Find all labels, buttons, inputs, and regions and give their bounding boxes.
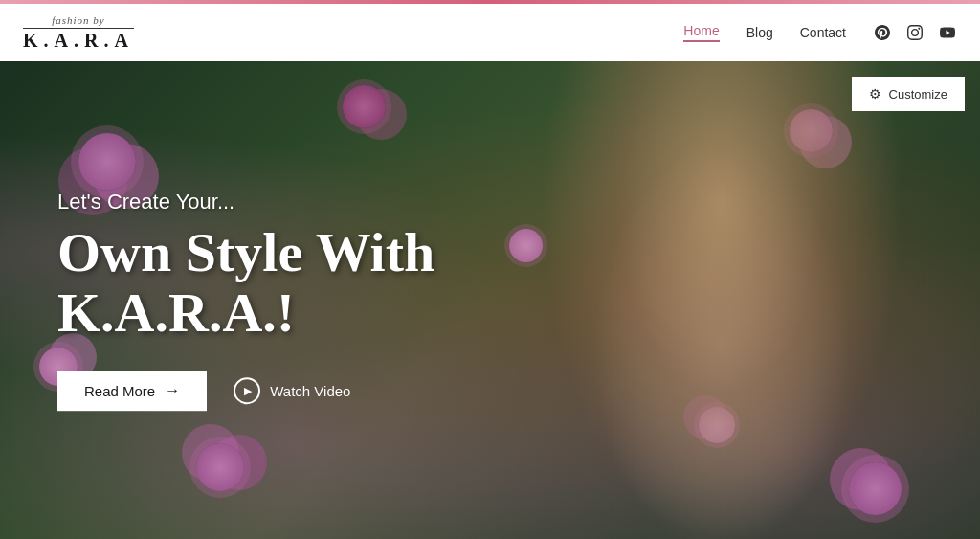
arrow-icon: → [165,382,180,399]
hero-content: Let's Create Your... Own Style With K.A.… [57,190,434,412]
customize-icon: ⚙ [869,86,881,101]
main-nav: Home Blog Contact [683,23,957,42]
hero-buttons: Read More → ▶ Watch Video [57,371,434,411]
flower-cluster-1 [78,133,136,191]
youtube-icon[interactable] [938,23,957,42]
logo[interactable]: fashion by K.A.R.A [23,15,134,50]
flower-cluster-6 [509,229,543,262]
nav-home[interactable]: Home [683,23,719,42]
logo-main: K.A.R.A [23,31,134,50]
read-more-button[interactable]: Read More → [57,371,207,411]
social-icons [873,23,957,42]
hero-title-line2: K.A.R.A.! [57,282,295,345]
hero-title-line1: Own Style With [57,221,434,283]
header: fashion by K.A.R.A Home Blog Contact [0,4,980,61]
hero-subtitle: Let's Create Your... [57,190,434,214]
pinterest-icon[interactable] [873,23,892,42]
logo-divider [23,28,134,29]
hero-section: Let's Create Your... Own Style With K.A.… [0,61,980,539]
read-more-label: Read More [84,383,155,399]
instagram-icon[interactable] [905,23,924,42]
watch-video-button[interactable]: ▶ Watch Video [234,377,350,404]
logo-script: fashion by [52,15,105,26]
nav-blog[interactable]: Blog [746,25,773,40]
hero-title: Own Style With K.A.R.A.! [57,222,434,345]
customize-label: Customize [889,87,947,101]
hero-person [540,61,903,539]
play-icon: ▶ [234,377,260,404]
customize-button[interactable]: ⚙ Customize [852,77,965,111]
watch-video-label: Watch Video [270,383,350,399]
flower-cluster-3 [196,443,244,491]
nav-contact[interactable]: Contact [800,25,846,40]
